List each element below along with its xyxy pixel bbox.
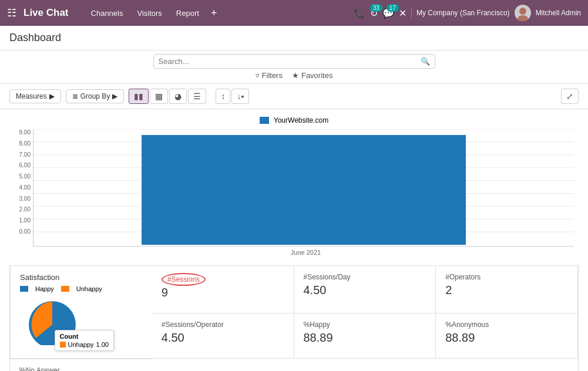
svg-point-1: [518, 15, 528, 21]
stat-operators: #Operators 2: [436, 266, 578, 313]
groupby-arrow-icon: ▶: [112, 92, 117, 100]
chart-legend: YourWebsite.com: [9, 116, 579, 124]
groupby-label: Group By: [80, 92, 110, 100]
y-tick-2: 2.00: [9, 206, 31, 213]
happy-swatch: [20, 286, 28, 292]
happy-value: 88.89: [304, 331, 426, 345]
groupby-icon: ≣: [72, 92, 78, 100]
chart-type-buttons: ▮▮ ▩ ◕ ☰: [129, 89, 206, 104]
y-tick-7: 7.00: [9, 151, 31, 158]
grid-menu-icon[interactable]: ☷: [7, 6, 16, 19]
x-axis-label: June 2021: [33, 249, 579, 256]
breadcrumb-title: Dashboard: [9, 32, 61, 43]
satisfaction-cell: Satisfaction Happy Unhappy: [10, 266, 152, 359]
stat-happy: %Happy 88.89: [294, 313, 436, 359]
stat-sessions: #Sessions 9: [152, 266, 294, 313]
topnav-icons-area: 📞 ↻ 33 💬 17 ✕ My Company (San Francisco)…: [354, 5, 581, 21]
satisfaction-legend: Happy Unhappy: [20, 285, 143, 292]
legend-swatch: [260, 117, 269, 124]
sessions-badge: 33: [370, 4, 382, 12]
stats-grid: #Sessions 9 #Sessions/Day 4.50 #Operator…: [9, 265, 579, 371]
sort-buttons: ↕ ↓▪: [216, 89, 249, 104]
tooltip-title: Count: [60, 333, 109, 340]
search-wrap: 🔍: [153, 54, 435, 69]
pie-chart-button[interactable]: ◕: [169, 89, 187, 104]
chat-sessions-icon[interactable]: ↻ 33: [370, 8, 378, 19]
chart-container: YourWebsite.com 9.00 8.00 7.00 6.00 5.00…: [9, 116, 579, 256]
bar-chart-svg: [33, 129, 574, 247]
pie-tooltip: Count Unhappy 1.00: [55, 330, 114, 351]
toolbar: Measures ▶ ≣ Group By ▶ ▮▮ ▩ ◕ ☰ ↕ ↓▪ ⤢: [0, 84, 588, 109]
search-input[interactable]: [159, 57, 421, 66]
y-tick-4: 4.00: [9, 184, 31, 191]
line-chart-button[interactable]: ▩: [150, 89, 168, 104]
messages-icon[interactable]: 💬 17: [382, 8, 394, 19]
measures-button[interactable]: Measures ▶: [9, 89, 61, 103]
legend-label: YourWebsite.com: [274, 116, 328, 124]
y-tick-8: 8.00: [9, 140, 31, 147]
sessions-value: 9: [162, 286, 284, 299]
app-title: Live Chat: [23, 7, 69, 19]
sort-desc-button[interactable]: ↓▪: [231, 89, 249, 104]
unhappy-swatch: [61, 286, 69, 292]
groupby-button[interactable]: ≣ Group By ▶: [66, 89, 125, 103]
happy-legend-label: Happy: [35, 285, 54, 292]
y-tick-5: 5.00: [9, 173, 31, 180]
y-tick-1: 1.00: [9, 217, 31, 224]
no-answer-cell: %No Answer: [10, 359, 152, 371]
main-content: YourWebsite.com 9.00 8.00 7.00 6.00 5.00…: [0, 109, 588, 371]
no-answer-label: %No Answer: [19, 366, 143, 371]
stat-anonymous: %Anonymous 88.89: [436, 313, 578, 359]
phone-icon[interactable]: 📞: [354, 8, 365, 19]
pie-chart-area: Count Unhappy 1.00: [20, 292, 114, 351]
top-navigation: ☷ Live Chat Channels Visitors Report + 📞…: [0, 0, 588, 26]
sort-asc-button[interactable]: ↕: [216, 89, 230, 104]
tooltip-label: Unhappy: [68, 341, 94, 348]
svg-rect-11: [142, 135, 466, 245]
filter-icon: ▿: [256, 71, 260, 80]
operators-label: #Operators: [445, 273, 568, 281]
user-name[interactable]: Mitchell Admin: [536, 9, 581, 17]
favorites-label: Favorites: [301, 71, 332, 80]
anonymous-label: %Anonymous: [445, 321, 568, 329]
anonymous-value: 88.89: [445, 331, 568, 345]
operators-value: 2: [445, 284, 568, 297]
nav-divider: [411, 7, 412, 19]
nav-report[interactable]: Report: [170, 6, 205, 20]
favorites-button[interactable]: ★ Favorites: [292, 71, 332, 80]
breadcrumb: Dashboard: [0, 26, 588, 50]
sessions-day-value: 4.50: [304, 284, 426, 297]
y-tick-9: 9.00: [9, 129, 31, 136]
company-name[interactable]: My Company (San Francisco): [416, 9, 510, 17]
y-axis: 9.00 8.00 7.00 6.00 5.00 4.00 3.00 2.00 …: [9, 129, 31, 235]
filter-row: ▿ Filters ★ Favorites: [256, 71, 333, 80]
satisfaction-label: Satisfaction: [20, 273, 143, 282]
sessions-operator-value: 4.50: [162, 331, 284, 345]
y-tick-6: 6.00: [9, 162, 31, 168]
nav-visitors[interactable]: Visitors: [131, 6, 167, 20]
stat-sessions-day: #Sessions/Day 4.50: [294, 266, 436, 313]
sessions-operator-label: #Sessions/Operator: [162, 321, 284, 329]
stat-sessions-operator: #Sessions/Operator 4.50: [152, 313, 294, 359]
stacked-chart-button[interactable]: ☰: [188, 89, 206, 104]
y-tick-0: 0.00: [9, 228, 31, 235]
nav-plus-button[interactable]: +: [207, 5, 221, 22]
filters-button[interactable]: ▿ Filters: [256, 71, 283, 80]
nav-menu: Channels Visitors Report +: [85, 5, 221, 22]
bar-chart-button[interactable]: ▮▮: [129, 89, 149, 104]
sessions-label: #Sessions: [162, 273, 206, 286]
tooltip-row: Unhappy 1.00: [60, 341, 109, 348]
measures-label: Measures: [16, 92, 47, 100]
user-avatar[interactable]: [515, 5, 531, 21]
svg-point-0: [519, 8, 526, 15]
filters-label: Filters: [262, 71, 283, 80]
happy-label: %Happy: [304, 321, 426, 329]
nav-channels[interactable]: Channels: [85, 6, 129, 20]
tooltip-swatch: [60, 342, 66, 348]
close-icon[interactable]: ✕: [399, 8, 406, 19]
expand-button[interactable]: ⤢: [561, 89, 579, 104]
tooltip-value: 1.00: [96, 341, 109, 348]
star-icon: ★: [292, 71, 299, 80]
y-tick-3: 3.00: [9, 195, 31, 202]
search-icon[interactable]: 🔍: [421, 57, 430, 66]
